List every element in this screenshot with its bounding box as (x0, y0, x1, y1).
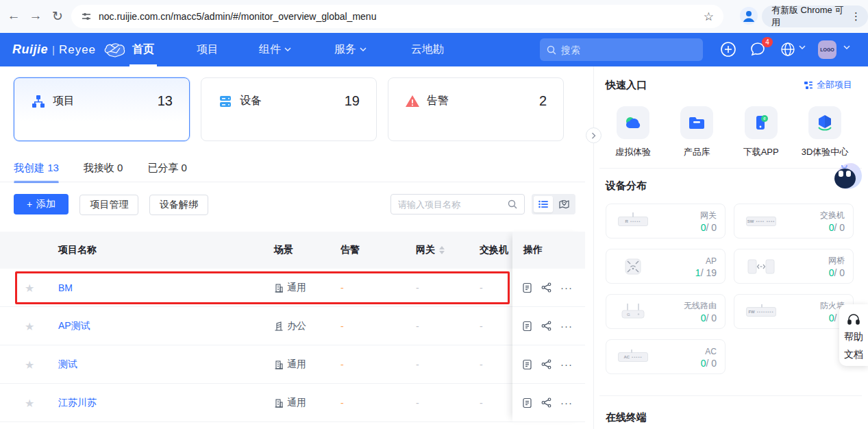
add-project-button[interactable]: + 添加 (14, 194, 69, 214)
chevron-down-icon[interactable] (843, 45, 850, 50)
site-privacy-icon[interactable] (81, 11, 92, 22)
gateway-device-icon: R••••• (615, 217, 652, 226)
chevron-down-icon[interactable] (799, 45, 806, 50)
more-actions-icon[interactable]: ··· (560, 282, 573, 293)
account-logo-badge[interactable]: LOGO (818, 40, 836, 59)
collapse-panel-button[interactable] (586, 127, 602, 143)
map-view-button[interactable] (554, 196, 573, 212)
project-search[interactable] (390, 194, 525, 214)
stat-card-projects[interactable]: 项目 13 (14, 77, 190, 141)
folder-icon (688, 115, 706, 130)
nav-item-cloud-survey[interactable]: 云地勘 (411, 33, 444, 66)
device-card-wireless-router[interactable]: G 无线路由 0/ 0 (606, 294, 726, 329)
sort-icon[interactable] (439, 246, 445, 254)
project-search-input[interactable] (398, 199, 501, 210)
device-card-bridge[interactable]: 网桥 0/ 0 (734, 249, 854, 284)
browser-back-icon[interactable]: ← (5, 8, 22, 23)
nav-item-components[interactable]: 组件 (259, 33, 291, 66)
browser-forward-icon[interactable]: → (27, 8, 44, 23)
device-card-gateway[interactable]: R••••• 网关 0/ 0 (606, 204, 726, 238)
row-actions: ··· (512, 307, 585, 345)
detail-doc-icon[interactable] (522, 359, 532, 370)
browser-reload-icon[interactable]: ↻ (49, 8, 66, 24)
quick-item-download-app[interactable]: e 下载APP (734, 106, 789, 158)
stat-card-alarms[interactable]: 告警 2 (388, 77, 564, 141)
brand-logo[interactable]: Ruijie | Reyee (12, 33, 127, 66)
device-card-switch[interactable]: SW▪▪▪▪ ▪▪▪▪ 交换机 0/ 0 (734, 204, 854, 238)
detail-doc-icon[interactable] (522, 321, 532, 332)
quick-entry-grid: 虚拟体验 产品库 e 下载APP 3D体验中心 (606, 106, 852, 158)
favorite-star-icon[interactable]: ★ (25, 358, 34, 371)
search-icon[interactable] (508, 199, 517, 209)
favorite-star-icon[interactable]: ★ (25, 397, 34, 410)
add-circle-icon[interactable] (720, 41, 736, 58)
project-name-link[interactable]: AP测试 (58, 320, 90, 332)
detail-doc-icon[interactable] (522, 397, 532, 408)
stat-value: 13 (158, 93, 173, 109)
table-row[interactable]: ★ 测试 通用 - - - (0, 345, 585, 384)
project-table: 项目名称 场景 告警 网关 交换机 ★ BM 通用 - - - ★ AP测试 办… (0, 232, 585, 422)
quick-item-virtual-lab[interactable]: 虚拟体验 (606, 106, 660, 158)
gateway-value: - (416, 269, 419, 307)
more-actions-icon[interactable]: ··· (560, 397, 573, 408)
more-actions-icon[interactable]: ··· (560, 320, 573, 332)
stat-value: 19 (345, 93, 360, 109)
search-icon (547, 45, 556, 55)
tab-received[interactable]: 我接收 0 (84, 162, 123, 183)
share-icon[interactable] (541, 282, 551, 293)
favorite-star-icon[interactable]: ★ (25, 282, 34, 295)
device-unbind-button[interactable]: 设备解绑 (149, 195, 208, 215)
nav-item-projects[interactable]: 项目 (197, 33, 219, 66)
favorite-star-icon[interactable]: ★ (25, 320, 34, 333)
table-row[interactable]: ★ AP测试 办公 - - - (0, 307, 585, 345)
col-header-alarm[interactable]: 告警 (340, 232, 360, 269)
device-card-ap[interactable]: AP 1/ 19 (606, 249, 726, 284)
address-bar[interactable]: noc.ruijie.com.cn/macc5/admin/#/monitor_… (71, 5, 723, 28)
list-view-button[interactable] (534, 196, 553, 212)
tab-shared[interactable]: 已分享 0 (147, 162, 187, 183)
help-docs-button[interactable]: 帮助 文档 (839, 304, 868, 366)
global-search[interactable] (540, 38, 703, 61)
stat-card-devices[interactable]: 设备 19 (201, 77, 377, 141)
chrome-update-label: 有新版 Chrome 可用 (771, 4, 845, 29)
browser-menu-icon[interactable]: ⋮ (851, 10, 861, 23)
project-name-link[interactable]: BM (58, 282, 73, 293)
share-icon[interactable] (541, 321, 551, 331)
right-panel: 快速入口 全部项目 虚拟体验 产品库 e 下载APP (606, 66, 855, 429)
language-globe-icon[interactable] (780, 41, 796, 58)
gateway-value: - (416, 345, 419, 384)
device-card-firewall[interactable]: FW•••••••• 防火墙 0/ 0 (734, 294, 854, 329)
col-header-actions: 操作 (512, 232, 585, 269)
col-header-switch[interactable]: 交换机 (480, 232, 508, 269)
quick-item-3d-center[interactable]: 3D体验中心 (797, 106, 852, 158)
global-search-input[interactable] (561, 45, 684, 56)
col-header-name[interactable]: 项目名称 (58, 232, 97, 269)
all-projects-link[interactable]: 全部项目 (804, 79, 852, 91)
device-card-ac[interactable]: AC••••• AC 0/ 0 (606, 339, 726, 374)
bookmark-star-icon[interactable]: ☆ (704, 10, 714, 24)
col-header-gateway[interactable]: 网关 (416, 232, 445, 269)
chrome-update-chip[interactable]: 有新版 Chrome 可用 ⋮ (762, 5, 868, 27)
col-header-scene[interactable]: 场景 (274, 232, 293, 269)
cube-3d-icon (816, 114, 834, 132)
more-actions-icon[interactable]: ··· (560, 358, 573, 370)
quick-entry-title: 快速入口 (606, 79, 647, 92)
table-row[interactable]: ★ 江苏川苏 通用 - - - (0, 384, 585, 422)
share-icon[interactable] (541, 359, 551, 369)
switch-device-icon: SW▪▪▪▪ ▪▪▪▪ (743, 217, 780, 226)
project-manage-button[interactable]: 项目管理 (79, 195, 138, 215)
table-row[interactable]: ★ BM 通用 - - - (0, 269, 585, 307)
browser-profile-icon[interactable] (740, 7, 758, 25)
detail-doc-icon[interactable] (522, 282, 532, 293)
nav-item-services[interactable]: 服务 (334, 33, 367, 66)
assistant-mascot-icon[interactable] (833, 163, 863, 192)
gateway-value: - (416, 307, 419, 345)
project-name-link[interactable]: 测试 (58, 358, 77, 371)
nav-item-home[interactable]: 首页 (132, 33, 154, 66)
quick-item-product-library[interactable]: 产品库 (669, 106, 724, 158)
row-actions: ··· (512, 345, 585, 384)
project-name-link[interactable]: 江苏川苏 (58, 397, 97, 409)
tab-created[interactable]: 我创建 13 (14, 162, 59, 183)
browser-toolbar: ← → ↻ noc.ruijie.com.cn/macc5/admin/#/mo… (0, 0, 868, 33)
share-icon[interactable] (541, 397, 551, 408)
